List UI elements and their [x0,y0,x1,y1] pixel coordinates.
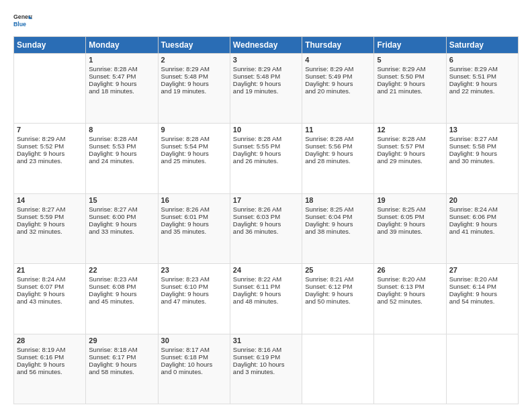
day-info-line: Daylight: 9 hours [305,290,371,298]
day-number: 2 [161,56,227,64]
day-info-line: and 38 minutes. [305,228,371,235]
day-info-line: Sunrise: 8:21 AM [305,275,371,283]
day-number: 28 [17,336,83,345]
calendar-cell: 15Sunrise: 8:27 AMSunset: 6:00 PMDayligh… [86,193,158,263]
day-info-line: Sunrise: 8:29 AM [233,65,299,73]
day-info-line: Daylight: 9 hours [233,150,299,157]
calendar-cell: 30Sunrise: 8:17 AMSunset: 6:18 PMDayligh… [158,334,230,404]
day-info-line: Sunrise: 8:27 AM [17,205,83,213]
day-info-line: Daylight: 9 hours [161,290,227,298]
day-info-line: Sunrise: 8:18 AM [89,346,154,353]
day-info-line: Sunset: 5:47 PM [89,73,154,80]
day-header-tuesday: Tuesday [158,37,230,54]
week-row-0: 1Sunrise: 8:28 AMSunset: 5:47 PMDaylight… [14,54,519,124]
day-info-line: Sunset: 6:01 PM [161,213,227,220]
calendar-cell: 5Sunrise: 8:29 AMSunset: 5:50 PMDaylight… [374,54,446,124]
day-info-line: Sunset: 5:48 PM [233,73,299,80]
day-info-line: Daylight: 9 hours [17,220,83,228]
day-info-line: Sunset: 6:14 PM [449,283,515,290]
day-info-line: Sunset: 6:08 PM [89,283,154,290]
day-info-line: Sunrise: 8:28 AM [89,65,154,73]
day-header-sunday: Sunday [14,37,86,54]
calendar-cell: 28Sunrise: 8:19 AMSunset: 6:16 PMDayligh… [14,334,86,404]
day-info-line: Sunset: 6:06 PM [449,213,515,220]
day-info-line: Sunset: 5:59 PM [17,213,83,220]
day-info-line: Sunset: 5:55 PM [233,142,299,150]
day-number: 22 [89,266,154,274]
day-info-line: Sunrise: 8:29 AM [17,135,83,142]
day-info-line: Sunrise: 8:26 AM [233,205,299,213]
day-info-line: Daylight: 9 hours [17,150,83,157]
calendar-cell: 17Sunrise: 8:26 AMSunset: 6:03 PMDayligh… [230,193,302,263]
day-number: 3 [233,56,299,64]
page: General Blue SundayMondayTuesdayWednesda… [0,0,532,411]
week-row-4: 28Sunrise: 8:19 AMSunset: 6:16 PMDayligh… [14,334,519,404]
day-header-wednesday: Wednesday [230,37,302,54]
day-number: 9 [161,126,227,134]
day-info-line: and 56 minutes. [17,368,83,375]
day-info-line: Daylight: 9 hours [377,150,443,157]
day-number: 16 [161,196,227,204]
day-info-line: Daylight: 9 hours [305,150,371,157]
day-number: 11 [305,126,371,134]
day-info-line: Sunset: 5:57 PM [377,142,443,150]
day-info-line: and 39 minutes. [377,228,443,235]
day-info-line: Sunset: 5:58 PM [449,142,515,150]
day-number: 26 [377,266,443,274]
day-info-line: Sunset: 6:00 PM [89,213,154,220]
day-info-line: and 50 minutes. [305,298,371,305]
day-info-line: Sunset: 6:04 PM [305,213,371,220]
calendar-cell: 8Sunrise: 8:28 AMSunset: 5:53 PMDaylight… [86,124,158,193]
day-info-line: and 22 minutes. [449,87,515,95]
day-info-line: Sunrise: 8:20 AM [377,275,443,283]
day-info-line: and 18 minutes. [89,87,154,95]
day-info-line: Sunrise: 8:17 AM [161,346,227,353]
day-number: 23 [161,266,227,274]
day-info-line: Sunrise: 8:25 AM [377,205,443,213]
day-number: 30 [161,336,227,345]
calendar-cell: 24Sunrise: 8:22 AMSunset: 6:11 PMDayligh… [230,264,302,334]
day-number: 21 [17,266,83,274]
day-info-line: and 45 minutes. [89,298,154,305]
calendar-cell: 26Sunrise: 8:20 AMSunset: 6:13 PMDayligh… [374,264,446,334]
day-info-line: Daylight: 10 hours [161,361,227,368]
day-info-line: Sunset: 6:10 PM [161,283,227,290]
day-number: 7 [17,126,83,134]
day-info-line: Sunrise: 8:23 AM [161,275,227,283]
day-info-line: Sunset: 5:53 PM [89,142,154,150]
day-info-line: Sunset: 5:51 PM [449,73,515,80]
day-info-line: Sunrise: 8:27 AM [89,205,154,213]
calendar-cell: 20Sunrise: 8:24 AMSunset: 6:06 PMDayligh… [446,193,518,263]
day-info-line: Daylight: 9 hours [305,80,371,87]
day-info-line: Sunset: 5:54 PM [161,142,227,150]
day-header-friday: Friday [374,37,446,54]
day-info-line: and 36 minutes. [233,228,299,235]
day-number: 15 [89,196,154,204]
day-info-line: Daylight: 9 hours [89,220,154,228]
calendar-cell: 7Sunrise: 8:29 AMSunset: 5:52 PMDaylight… [14,124,86,193]
day-info-line: Daylight: 9 hours [161,150,227,157]
calendar-cell: 3Sunrise: 8:29 AMSunset: 5:48 PMDaylight… [230,54,302,124]
day-info-line: Sunset: 5:49 PM [305,73,371,80]
day-info-line: Daylight: 9 hours [449,150,515,157]
day-info-line: Sunset: 5:56 PM [305,142,371,150]
day-info-line: and 26 minutes. [233,157,299,165]
calendar-cell: 25Sunrise: 8:21 AMSunset: 6:12 PMDayligh… [302,264,374,334]
day-number: 5 [377,56,443,64]
day-info-line: and 23 minutes. [17,157,83,165]
day-number: 27 [449,266,515,274]
day-info-line: Daylight: 9 hours [89,150,154,157]
calendar-table: SundayMondayTuesdayWednesdayThursdayFrid… [13,36,519,404]
day-info-line: and 47 minutes. [161,298,227,305]
day-info-line: Sunrise: 8:22 AM [233,275,299,283]
day-info-line: Sunrise: 8:28 AM [233,135,299,142]
calendar-cell: 18Sunrise: 8:25 AMSunset: 6:04 PMDayligh… [302,193,374,263]
week-row-1: 7Sunrise: 8:29 AMSunset: 5:52 PMDaylight… [14,124,519,193]
calendar-cell [14,54,86,124]
day-number: 10 [233,126,299,134]
day-info-line: Sunrise: 8:28 AM [377,135,443,142]
day-info-line: Sunset: 6:18 PM [161,353,227,361]
day-info-line: Sunset: 6:11 PM [233,283,299,290]
day-info-line: Sunrise: 8:28 AM [161,135,227,142]
day-info-line: Sunrise: 8:29 AM [305,65,371,73]
